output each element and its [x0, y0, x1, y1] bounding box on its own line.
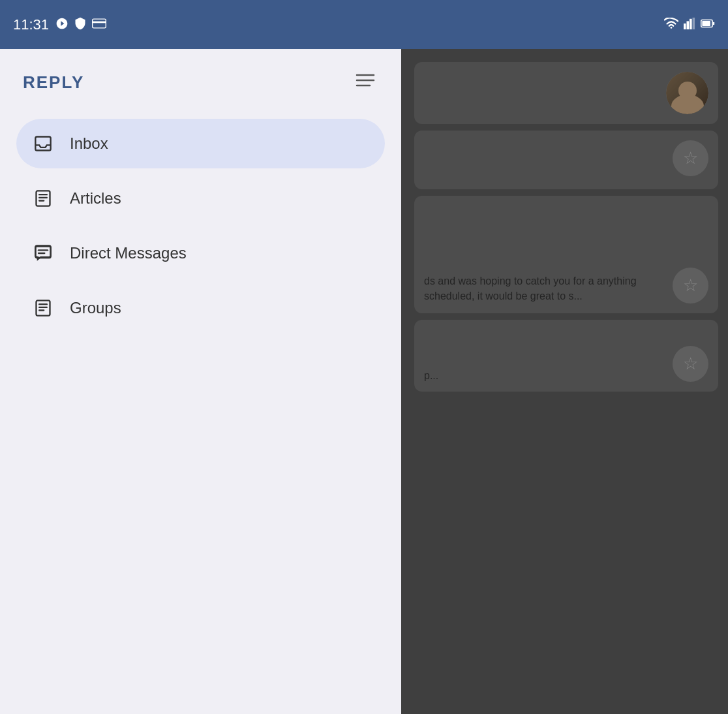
svg-rect-0 — [93, 19, 106, 28]
wifi-icon — [664, 18, 678, 32]
svg-rect-4 — [687, 21, 690, 29]
direct-messages-label: Direct Messages — [70, 244, 187, 262]
groups-icon — [33, 298, 53, 318]
nav-drawer: REPLY Inbox — [0, 49, 401, 714]
svg-rect-6 — [693, 18, 695, 29]
card-icon — [92, 18, 106, 31]
chat-icon — [33, 243, 53, 264]
svg-line-13 — [371, 83, 375, 88]
inbox-icon — [33, 133, 53, 154]
sidebar-item-direct-messages[interactable]: Direct Messages — [16, 228, 385, 278]
svg-rect-19 — [35, 247, 50, 258]
signal-icon — [684, 18, 695, 32]
sidebar-item-articles[interactable]: Articles — [16, 174, 385, 223]
status-left-icons — [55, 17, 106, 33]
svg-rect-5 — [690, 18, 692, 29]
menu-close-icon — [356, 72, 375, 92]
svg-rect-14 — [35, 137, 50, 151]
svg-rect-3 — [684, 23, 686, 29]
status-left: 11:31 — [13, 16, 106, 33]
status-right-icons — [664, 18, 715, 32]
sidebar-item-groups[interactable]: Groups — [16, 283, 385, 333]
svg-point-2 — [671, 27, 673, 29]
articles-icon — [33, 188, 53, 209]
inbox-label: Inbox — [70, 134, 108, 153]
notification-icon — [55, 17, 68, 33]
status-time: 11:31 — [13, 16, 49, 33]
svg-rect-1 — [93, 21, 106, 23]
articles-label: Articles — [70, 189, 121, 208]
svg-rect-9 — [713, 22, 714, 25]
close-drawer-button[interactable] — [352, 69, 378, 96]
status-bar: 11:31 — [0, 0, 728, 49]
nav-items-list: Inbox Articles — [16, 119, 385, 333]
sidebar-item-inbox[interactable]: Inbox — [16, 119, 385, 168]
drawer-header: REPLY — [16, 69, 385, 96]
svg-rect-8 — [702, 21, 710, 26]
shield-icon — [74, 17, 87, 33]
groups-label: Groups — [70, 299, 121, 317]
app-title: REPLY — [23, 72, 84, 93]
battery-icon — [701, 18, 715, 32]
